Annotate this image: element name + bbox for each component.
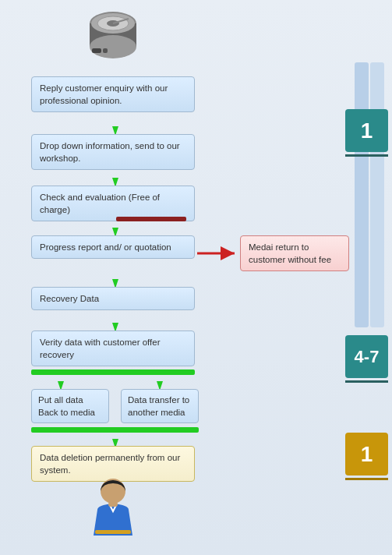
sidebar-right: 1 4-7 1: [330, 0, 392, 555]
badge-line-1b: [345, 478, 388, 480]
box-dropdown: Drop down information, send to our works…: [31, 134, 195, 170]
svg-rect-21: [108, 502, 118, 507]
badge-line-47: [345, 380, 388, 383]
red-arrow-right: [197, 246, 240, 263]
box-put-all: Put all data Back to media: [31, 389, 109, 423]
box-media-return: Medai return to customer without fee: [240, 235, 349, 271]
box-verity: Verity data with customer offer recovery: [31, 331, 195, 366]
sidebar-blue-tall: [355, 62, 369, 327]
svg-marker-15: [112, 315, 118, 332]
svg-marker-10: [112, 170, 118, 187]
svg-rect-6: [92, 48, 101, 53]
svg-marker-17: [157, 373, 163, 391]
box-recovery: Recovery Data: [31, 287, 195, 310]
svg-marker-9: [112, 118, 118, 136]
badge-47: 4-7: [345, 335, 388, 378]
box-progress: Progress report and/ or quotation: [31, 235, 195, 259]
main-container: 1 4-7 1 Reply custome: [0, 0, 392, 555]
dark-red-bar: [116, 217, 186, 221]
svg-marker-16: [58, 373, 64, 391]
person-icon: [86, 477, 140, 539]
badge-1b: 1: [345, 433, 388, 475]
svg-rect-7: [103, 48, 108, 53]
badge-line-1: [345, 154, 388, 157]
hdd-icon: [86, 8, 140, 62]
sidebar-blue-short: [370, 62, 384, 327]
box-transfer: Data transfer to another media: [121, 389, 199, 423]
svg-marker-14: [112, 271, 118, 288]
svg-marker-11: [112, 220, 118, 237]
svg-rect-22: [95, 530, 131, 534]
badge-1: 1: [345, 109, 388, 152]
svg-point-2: [90, 35, 136, 58]
box-reply: Reply customer enquiry with our professi…: [31, 76, 195, 112]
